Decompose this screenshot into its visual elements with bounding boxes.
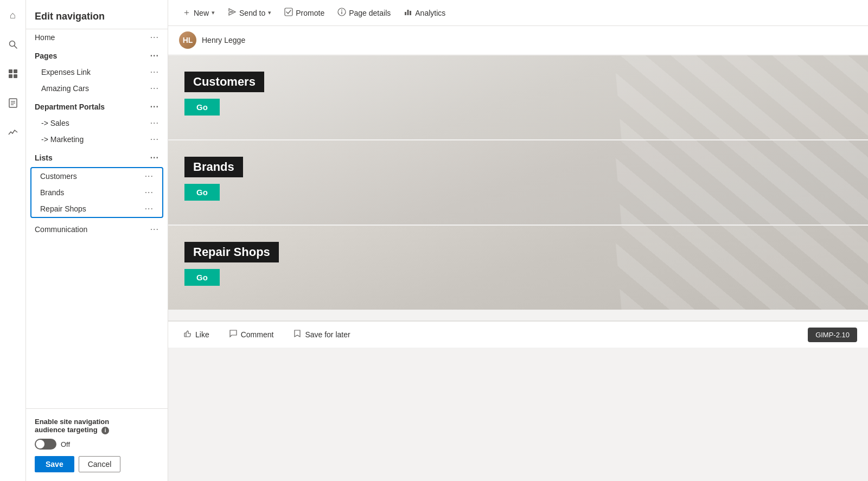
audience-targeting-toggle[interactable] [35,439,56,450]
nav-item-home[interactable]: Home ··· [26,29,168,46]
nav-item-communication[interactable]: Communication ··· [26,221,168,238]
nav-item-amazing-label: Amazing Cars [41,84,89,93]
nav-item-dept-dots[interactable]: ··· [150,102,159,112]
nav-item-communication-label: Communication [35,225,87,234]
nav-item-brands[interactable]: Brands ··· [31,184,162,201]
nav-item-marketing-label: -> Marketing [41,135,84,144]
nav-item-repair-shops-dots[interactable]: ··· [145,204,154,214]
main-content: ＋ New ▾ Send to ▾ Promote Page details [168,0,868,481]
save-for-later-label: Save for later [305,330,350,339]
customers-go-button[interactable]: Go [184,99,220,116]
nav-panel: Edit navigation Home ··· Pages ··· Expen… [26,0,168,481]
nav-item-lists[interactable]: Lists ··· [26,150,168,166]
nav-item-expenses-link[interactable]: Expenses Link ··· [26,64,168,80]
promote-button[interactable]: Promote [279,5,330,21]
new-button[interactable]: ＋ New ▾ [177,5,220,21]
gimp-badge: GIMP-2.10 [808,328,857,342]
customers-card-inner: Customers Go [184,72,264,116]
info-icon[interactable]: i [101,427,109,434]
nav-item-marketing[interactable]: -> Marketing ··· [26,131,168,147]
customers-card: Customers Go [168,55,868,139]
nav-item-customers-dots[interactable]: ··· [145,171,154,181]
repair-shops-card-title: Repair Shops [184,242,279,262]
send-to-button[interactable]: Send to ▾ [222,5,277,21]
repair-shops-card-inner: Repair Shops Go [184,242,279,286]
nav-item-home-label: Home [35,33,55,42]
svg-point-13 [341,9,342,10]
svg-rect-16 [410,11,411,15]
nav-item-sales-label: -> Sales [41,119,69,127]
comment-label: Comment [241,330,274,339]
nav-item-brands-dots[interactable]: ··· [145,188,154,197]
nav-panel-title: Edit navigation [26,0,168,29]
user-header: HL Henry Legge [168,26,868,54]
nav-item-brands-label: Brands [40,188,64,197]
repair-shops-go-button[interactable]: Go [184,269,220,286]
search-icon[interactable] [3,35,23,54]
toggle-off-label: Off [61,440,70,448]
nav-item-amazing-cars[interactable]: Amazing Cars ··· [26,80,168,97]
analytics-icon [404,8,412,18]
svg-rect-3 [14,69,17,73]
comment-button[interactable]: Comment [225,327,278,342]
brands-card-inner: Brands Go [184,157,243,201]
nav-item-expenses-label: Expenses Link [41,68,91,76]
toggle-row: Off [35,439,159,450]
activity-icon[interactable] [3,123,23,142]
nav-item-communication-dots[interactable]: ··· [150,225,159,234]
new-label: New [194,9,209,17]
svg-rect-4 [9,74,12,78]
brands-card-title: Brands [184,157,243,177]
brands-go-button[interactable]: Go [184,184,220,201]
nav-item-pages-label: Pages [35,52,57,60]
like-icon [183,329,192,340]
page-details-button[interactable]: Page details [332,5,396,21]
cancel-button[interactable]: Cancel [79,456,121,472]
nav-item-sales-dots[interactable]: ··· [150,118,159,128]
nav-item-amazing-dots[interactable]: ··· [150,84,159,93]
nav-item-lists-label: Lists [35,153,53,162]
cards-container: Customers Go Brands Go Repair Shops Go [168,55,868,320]
svg-line-1 [14,46,17,49]
analytics-label: Analytics [415,9,445,17]
avatar: HL [179,31,196,49]
nav-item-repair-shops[interactable]: Repair Shops ··· [31,201,162,217]
send-icon [228,8,237,18]
nav-item-pages-dots[interactable]: ··· [150,51,159,61]
nav-item-lists-dots[interactable]: ··· [150,153,159,163]
nav-item-expenses-dots[interactable]: ··· [150,67,159,77]
lists-group: Customers ··· Brands ··· Repair Shops ··… [30,167,163,218]
home-icon[interactable]: ⌂ [3,5,23,25]
svg-rect-10 [285,8,292,16]
save-for-later-button[interactable]: Save for later [289,327,354,342]
save-for-later-icon [293,329,302,340]
page-details-icon [337,8,346,18]
plus-icon: ＋ [182,7,191,18]
user-name: Henry Legge [202,36,245,44]
nav-bottom-section: Enable site navigation audience targetin… [26,408,168,481]
sidebar-icon-rail: ⌂ [0,0,26,481]
page-icon[interactable] [3,93,23,113]
like-button[interactable]: Like [179,327,214,342]
like-label: Like [195,330,209,339]
nav-item-marketing-dots[interactable]: ··· [150,134,159,144]
nav-item-pages[interactable]: Pages ··· [26,48,168,64]
page-details-label: Page details [349,9,391,17]
nav-item-home-dots[interactable]: ··· [150,33,159,42]
new-chevron-icon: ▾ [212,9,215,16]
nav-item-dept-portals[interactable]: Department Portals ··· [26,99,168,115]
toggle-knob [36,440,44,448]
enable-targeting-title: Enable site navigation audience targetin… [35,418,159,434]
svg-rect-14 [405,12,406,15]
apps-icon[interactable] [3,64,23,84]
analytics-button[interactable]: Analytics [398,5,451,21]
footer-bar: Like Comment Save for later GIMP-2.10 [168,321,868,348]
nav-item-repair-shops-label: Repair Shops [40,204,86,213]
comment-icon [229,329,238,340]
send-to-label: Send to [239,9,265,17]
nav-item-sales[interactable]: -> Sales ··· [26,115,168,131]
avatar-initials: HL [183,36,193,44]
save-button[interactable]: Save [35,456,74,472]
nav-item-customers-label: Customers [40,172,77,181]
nav-item-customers[interactable]: Customers ··· [31,168,162,184]
